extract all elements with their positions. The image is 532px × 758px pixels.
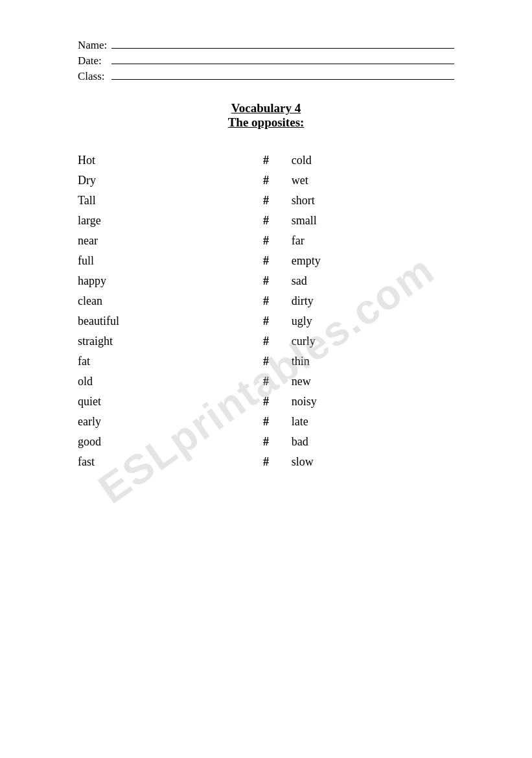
word2-cell: cold — [292, 150, 454, 171]
name-field: Name: — [78, 39, 454, 52]
word1-cell: old — [78, 372, 240, 392]
table-row: Hot#cold — [78, 150, 454, 171]
table-row: near#far — [78, 231, 454, 251]
word1-cell: beautiful — [78, 311, 240, 331]
date-label: Date: — [78, 54, 110, 67]
page: ESLprintables.com Name: Date: Class: Voc… — [0, 0, 532, 758]
date-field: Date: — [78, 54, 454, 67]
table-row: good#bad — [78, 432, 454, 452]
symbol-cell: # — [240, 211, 292, 231]
table-row: large#small — [78, 211, 454, 231]
word2-cell: late — [292, 412, 454, 432]
symbol-cell: # — [240, 251, 292, 271]
word1-cell: early — [78, 412, 240, 432]
word2-cell: noisy — [292, 392, 454, 412]
symbol-cell: # — [240, 452, 292, 472]
title-section: Vocabulary 4 The opposites: — [78, 101, 454, 130]
word2-cell: sad — [292, 271, 454, 291]
symbol-cell: # — [240, 191, 292, 211]
symbol-cell: # — [240, 311, 292, 331]
symbol-cell: # — [240, 291, 292, 311]
word1-cell: Tall — [78, 191, 240, 211]
word2-cell: empty — [292, 251, 454, 271]
word1-cell: good — [78, 432, 240, 452]
table-row: early#late — [78, 412, 454, 432]
date-dots — [111, 55, 454, 64]
table-row: full#empty — [78, 251, 454, 271]
word1-cell: near — [78, 231, 240, 251]
word1-cell: straight — [78, 331, 240, 351]
table-row: quiet#noisy — [78, 392, 454, 412]
symbol-cell: # — [240, 331, 292, 351]
word1-cell: Hot — [78, 150, 240, 171]
table-row: straight#curly — [78, 331, 454, 351]
word1-cell: Dry — [78, 171, 240, 191]
symbol-cell: # — [240, 412, 292, 432]
table-row: old#new — [78, 372, 454, 392]
class-field: Class: — [78, 70, 454, 83]
word2-cell: ugly — [292, 311, 454, 331]
name-dots — [111, 40, 454, 49]
symbol-cell: # — [240, 351, 292, 372]
symbol-cell: # — [240, 392, 292, 412]
word2-cell: short — [292, 191, 454, 211]
symbol-cell: # — [240, 271, 292, 291]
word2-cell: small — [292, 211, 454, 231]
symbol-cell: # — [240, 150, 292, 171]
header-fields: Name: Date: Class: — [78, 39, 454, 83]
word2-cell: curly — [292, 331, 454, 351]
word2-cell: wet — [292, 171, 454, 191]
word1-cell: fat — [78, 351, 240, 372]
symbol-cell: # — [240, 372, 292, 392]
table-row: fat#thin — [78, 351, 454, 372]
vocab-table: Hot#coldDry#wetTall#shortlarge#smallnear… — [78, 150, 454, 472]
table-row: Tall#short — [78, 191, 454, 211]
word2-cell: thin — [292, 351, 454, 372]
table-row: fast#slow — [78, 452, 454, 472]
title-main: Vocabulary 4 — [78, 101, 454, 115]
word2-cell: slow — [292, 452, 454, 472]
table-row: happy#sad — [78, 271, 454, 291]
table-row: clean#dirty — [78, 291, 454, 311]
word2-cell: far — [292, 231, 454, 251]
word2-cell: new — [292, 372, 454, 392]
word1-cell: quiet — [78, 392, 240, 412]
table-row: beautiful#ugly — [78, 311, 454, 331]
class-dots — [111, 71, 454, 80]
class-label: Class: — [78, 70, 110, 83]
symbol-cell: # — [240, 432, 292, 452]
word1-cell: happy — [78, 271, 240, 291]
word1-cell: full — [78, 251, 240, 271]
symbol-cell: # — [240, 231, 292, 251]
table-row: Dry#wet — [78, 171, 454, 191]
word1-cell: large — [78, 211, 240, 231]
symbol-cell: # — [240, 171, 292, 191]
word2-cell: dirty — [292, 291, 454, 311]
name-label: Name: — [78, 39, 110, 52]
word1-cell: fast — [78, 452, 240, 472]
word2-cell: bad — [292, 432, 454, 452]
word1-cell: clean — [78, 291, 240, 311]
title-sub: The opposites: — [78, 115, 454, 130]
